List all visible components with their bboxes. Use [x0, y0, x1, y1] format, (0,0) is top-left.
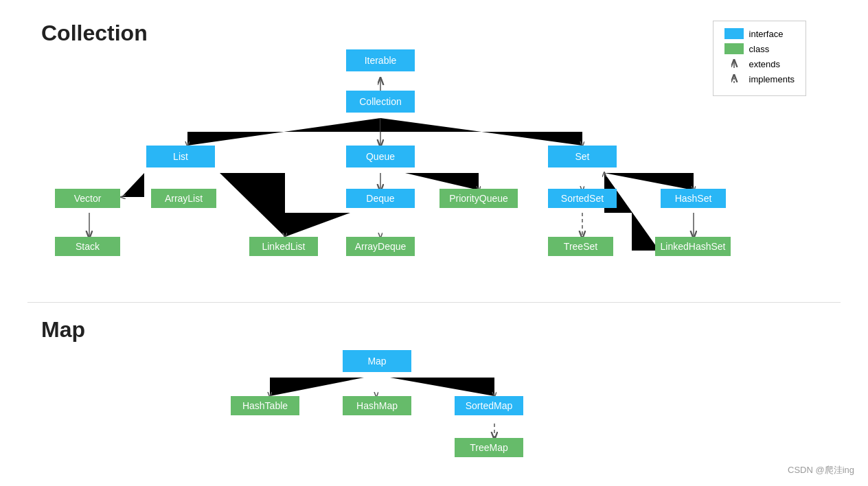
legend-interface: interface — [724, 28, 795, 39]
node-hashtable: HashTable — [231, 396, 299, 415]
legend-class-box — [724, 43, 744, 54]
node-linkedhashset: LinkedHashSet — [655, 237, 731, 256]
legend-implements-arrow — [724, 73, 744, 84]
node-priorityqueue: PriorityQueue — [439, 189, 518, 208]
node-sortedmap: SortedMap — [455, 396, 523, 415]
node-sortedset: SortedSet — [548, 189, 617, 208]
legend-interface-label: interface — [749, 29, 784, 39]
node-collection: Collection — [346, 91, 415, 113]
legend-extends: extends — [724, 58, 795, 69]
node-iterable: Iterable — [346, 49, 415, 71]
legend-implements: implements — [724, 73, 795, 84]
node-hashmap: HashMap — [343, 396, 411, 415]
node-linkedlist: LinkedList — [249, 237, 318, 256]
node-list: List — [146, 146, 215, 167]
legend: interface class extends implements — [713, 21, 806, 96]
node-stack: Stack — [55, 237, 120, 256]
title-map: Map — [41, 317, 85, 343]
node-vector: Vector — [55, 189, 120, 208]
node-queue: Queue — [346, 146, 415, 167]
node-arraylist: ArrayList — [151, 189, 216, 208]
node-treeset: TreeSet — [548, 237, 613, 256]
title-collection: Collection — [41, 21, 148, 46]
watermark: CSDN @爬洼ing — [788, 464, 854, 476]
legend-implements-label: implements — [749, 74, 795, 84]
legend-class: class — [724, 43, 795, 54]
section-divider — [27, 302, 841, 303]
node-set: Set — [548, 146, 617, 167]
legend-extends-arrow — [724, 58, 744, 69]
node-map: Map — [343, 350, 411, 372]
node-deque: Deque — [346, 189, 415, 208]
legend-interface-box — [724, 28, 744, 39]
node-hashset: HashSet — [661, 189, 726, 208]
node-arraydeque: ArrayDeque — [346, 237, 415, 256]
node-treemap: TreeMap — [455, 438, 523, 457]
legend-class-label: class — [749, 44, 770, 54]
legend-extends-label: extends — [749, 59, 781, 69]
